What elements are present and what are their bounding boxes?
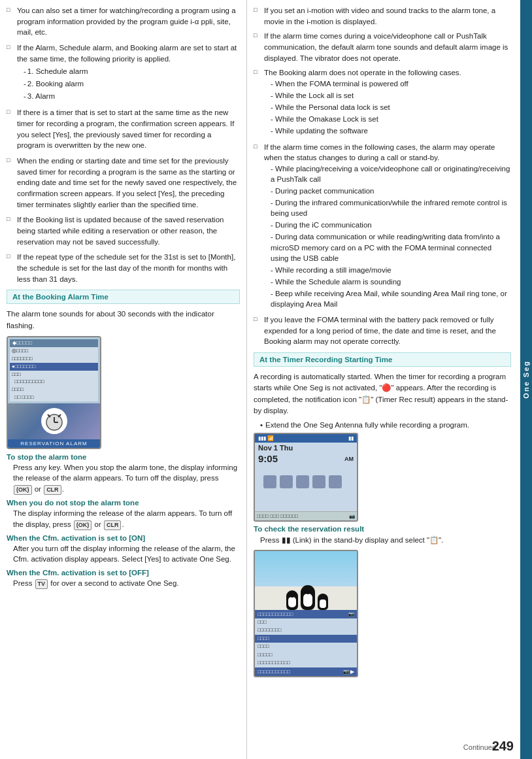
screen-row-5: □□□□ [10,386,98,394]
priority-list: 1. Schedule alarm 2. Booking alarm 3. Al… [24,66,240,101]
bullet-item-6: □ If the repeat type of the schedule set… [7,252,240,284]
ok-key: (OK) [14,485,32,495]
bullet-item-3: □ If there is a timer that is set to sta… [7,107,240,151]
bullet-icon-6: □ [7,252,14,284]
right-column: □ If you set an i-motion with video and … [247,0,532,759]
right-content-area: □ If you set an i-motion with video and … [254,5,511,677]
svg-rect-5 [263,475,276,488]
actions-list: To stop the alarm tone Press any key. Wh… [7,453,240,590]
no-operate-item-0: When the FOMA terminal is powered off [271,78,511,89]
screen3-bottom: □□□□□□□□□□□ 📷 ▶ [255,667,357,676]
screen3-title: □□□□□□□□□□□□ [258,611,293,617]
may-operate-item-5: While recording a still image/movie [271,265,511,275]
right-bullet-2: □ If the alarm time comes during a voice… [254,31,511,63]
action-cfmoff-body: Press TV for over a second to activate O… [13,578,240,589]
may-operate-item-1: During packet communication [271,186,511,196]
screen2-date: Nov 1 Thu [255,443,357,453]
action-stop-body: Press any key. When you stop the alarm t… [13,462,240,495]
may-operate-item-7: Beep while receiving Area Mail, while so… [271,288,511,309]
right-bullet-icon-2: □ [254,31,261,63]
time-display: 9:05 [258,453,278,464]
screen3-bottom-left: □□□□□□□□□□□ [258,669,290,675]
action-cfmon-header: When the Cfm. activation is set to [ON] [7,534,240,542]
page-number: 249 [492,739,514,754]
sidebar-label-text: One Seg [522,360,530,399]
priority-item-1: 1. Schedule alarm [24,66,240,77]
may-operate-item-2: During the infrared communication/while … [271,197,511,218]
check-reservation-body: Press ▮▮ (Link) in the stand-by display … [260,535,511,546]
ampm-display: AM [344,456,354,462]
screen3-row-0: □□□ [255,618,357,627]
right-bullet-text-5: If you leave the FOMA terminal with the … [264,314,511,347]
right-bullets: □ If you set an i-motion with video and … [254,5,511,347]
bottom-right-icon: 📷 [349,513,355,519]
bullet-text-6: If the repeat type of the schedule set f… [17,252,240,284]
right-bullet-3: □ The Booking alarm does not operate in … [254,67,511,137]
extend-note: Extend the One Seg Antenna fully while r… [260,421,511,429]
screen3-header: □□□□□□□□□□□□ 📷 [255,610,357,618]
action-stop-header: To stop the alarm tone [7,453,240,461]
ok-key-2: (OK) [74,520,92,530]
right-bullet-text-3: The Booking alarm does not operate in th… [264,67,511,137]
bottom-left-text: □□□□ □□□ □□□□□□ [257,513,298,519]
bullet-icon-5: □ [7,215,14,247]
no-operate-item-4: While updating the software [271,126,511,136]
action-notstop-header: When you do not stop the alarm tone [7,499,240,507]
continued-text: Continued [463,743,496,751]
right-bullet-icon-1: □ [254,6,261,27]
right-bullet-1: □ If you set an i-motion with video and … [254,5,511,27]
right-bullet-text-1: If you set an i-motion with video and so… [264,5,511,27]
bullet-icon-1: □ [7,6,14,38]
no-operate-item-2: While the Personal data lock is set [271,102,511,112]
bullet-icon-3: □ [7,108,14,151]
right-bullet-text-4: If the alarm time comes in the following… [264,142,511,311]
phone-screen-booking: ◆□□□□□ ◎□□□□ □□□□□□□ ●□□□□□□□ □□□ □□□□□□… [7,336,101,449]
standby-phone-screen: ▮▮▮ 📶 ▮▮ Nov 1 Thu 9:05 AM [254,433,358,522]
right-bullet-icon-5: □ [254,315,261,347]
screen-label: ◆□□□□□ [10,339,98,347]
screen-row-2: ●□□□□□□□ [10,363,98,371]
bullet-text-2: If the Alarm, Schedule alarm, and Bookin… [17,42,240,103]
no-operate-item-1: While the Lock all is set [271,90,511,101]
top-bullets: □ You can also set a timer for watching/… [7,5,240,284]
screen3-row-3: □□□□ [255,643,357,651]
bullet-item-4: □ When the ending or starting date and t… [7,156,240,210]
recording-description: A recording is automatically started. Wh… [254,371,511,416]
screen3-row-4: □□□□□ [255,651,357,660]
screen2-top-bar: ▮▮▮ 📶 ▮▮ [255,434,357,443]
screen3-row-2: □□□□ [255,635,357,643]
may-operate-item-3: During the iC communication [271,220,511,230]
date-text: Nov 1 Thu [258,444,293,452]
right-bullet-4: □ If the alarm time comes in the followi… [254,142,511,311]
no-operate-item-3: While the Omakase Lock is set [271,114,511,124]
battery-icon: ▮▮ [348,435,354,441]
penguin-image [255,551,358,610]
alarm-description: The alarm tone sounds for about 30 secon… [7,309,240,331]
action-cfmon-body: After you turn off the display informing… [13,543,240,565]
screen-row-1: □□□□□□□ [10,355,98,363]
no-operate-list: When the FOMA terminal is powered off Wh… [271,78,511,136]
priority-item-2: 2. Booking alarm [24,78,240,90]
screen2-time: 9:05 AM [255,453,357,465]
right-bullet-5: □ If you leave the FOMA terminal with th… [254,314,511,347]
timer-recording-header: At the Timer Recording Starting Time [254,352,511,367]
screen-row-3: □□□ [10,371,98,379]
right-bullet-icon-4: □ [254,143,261,311]
action-notstop-body: The display informing the release of the… [13,508,240,530]
action-cfmoff-header: When the Cfm. activation is set to [OFF] [7,569,240,577]
alarm-clock-icon [41,408,67,434]
svg-rect-8 [312,475,325,488]
bullet-icon-4: □ [7,156,14,210]
bullet-text-4: When the ending or starting date and tim… [17,156,240,210]
screen2-icons-area [255,465,357,511]
screen3-row-1: □□□□□□□□ [255,626,357,635]
right-bullet-text-2: If the alarm time comes during a voice/v… [264,31,511,63]
may-operate-item-0: While placing/receiving a voice/videopho… [271,163,511,184]
tv-key: TV [35,579,48,589]
screen2-bottom-bar: □□□□ □□□ □□□□□□ 📷 [255,511,357,520]
svg-rect-6 [280,475,293,488]
right-bullet-icon-3: □ [254,68,261,137]
bullet-item-5: □ If the Booking list is updated because… [7,214,240,247]
bullet-text-1: You can also set a timer for watching/re… [17,5,240,38]
clr-key: CLR [44,485,61,495]
